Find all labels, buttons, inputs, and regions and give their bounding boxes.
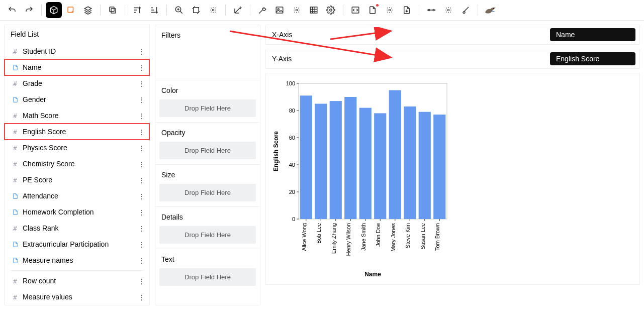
- field-item[interactable]: #Grade⋮: [5, 75, 149, 91]
- field-menu-icon[interactable]: ⋮: [137, 277, 145, 285]
- separator: [419, 5, 419, 16]
- color-drop-zone[interactable]: Drop Field Here: [159, 99, 256, 117]
- field-menu-icon[interactable]: ⋮: [137, 80, 145, 87]
- redo-button[interactable]: [21, 2, 37, 18]
- opacity-shelf[interactable]: Opacity Drop Field Here: [155, 123, 260, 165]
- crop-button[interactable]: [188, 2, 204, 18]
- bar[interactable]: [359, 108, 372, 219]
- field-label: Homework Completion: [23, 208, 137, 216]
- edit-angle-button[interactable]: [230, 2, 246, 18]
- sticky-note-button[interactable]: [63, 2, 79, 18]
- field-menu-icon[interactable]: ⋮: [137, 293, 145, 301]
- field-item[interactable]: Homework Completion⋮: [5, 204, 149, 220]
- image-button[interactable]: [271, 2, 288, 18]
- field-item[interactable]: #Class Rank⋮: [5, 220, 149, 236]
- gear-small-button-4[interactable]: [440, 2, 456, 18]
- gear-small-button[interactable]: [205, 2, 221, 18]
- field-item[interactable]: #Physics Score⋮: [5, 140, 149, 156]
- svg-text:English Score: English Score: [272, 131, 280, 171]
- x-axis-label: X-Axis: [270, 31, 325, 39]
- brush-button[interactable]: [457, 2, 474, 18]
- code-brackets-button[interactable]: [347, 2, 363, 18]
- text-shelf[interactable]: Text Drop Field Here: [155, 249, 260, 291]
- field-menu-icon[interactable]: ⋮: [137, 96, 145, 103]
- text-field-icon: [11, 257, 20, 264]
- table-button[interactable]: [306, 2, 322, 18]
- svg-text:80: 80: [289, 108, 295, 114]
- opacity-drop-zone[interactable]: Drop Field Here: [159, 142, 256, 159]
- field-label: Row count: [23, 277, 137, 285]
- field-item[interactable]: #Math Score⋮: [5, 108, 149, 124]
- svg-point-12: [389, 9, 391, 11]
- size-shelf[interactable]: Size Drop Field Here: [155, 165, 260, 207]
- bar[interactable]: [315, 104, 327, 220]
- details-shelf[interactable]: Details Drop Field Here: [155, 207, 260, 249]
- field-label: Extracurricular Participation: [23, 240, 137, 248]
- document-alert-button[interactable]: [364, 2, 381, 18]
- sort-asc-button[interactable]: [129, 2, 145, 18]
- field-label: Name: [23, 63, 137, 71]
- field-item[interactable]: #English Score⋮: [5, 124, 149, 140]
- field-menu-icon[interactable]: ⋮: [137, 160, 145, 168]
- field-item[interactable]: #Chemistry Score⋮: [5, 156, 149, 172]
- number-field-icon: #: [11, 160, 20, 168]
- zoom-in-button[interactable]: [171, 2, 187, 18]
- bar[interactable]: [330, 101, 342, 219]
- bar[interactable]: [300, 95, 312, 219]
- size-drop-zone[interactable]: Drop Field Here: [159, 184, 256, 201]
- field-menu-icon[interactable]: ⋮: [137, 241, 145, 248]
- chart-column: X-Axis Name Y-Axis English Score 0204060…: [265, 25, 640, 305]
- field-item[interactable]: Extracurricular Participation⋮: [5, 236, 149, 252]
- bar[interactable]: [433, 115, 445, 219]
- commits-button[interactable]: [423, 2, 439, 18]
- bird-logo[interactable]: [482, 2, 498, 18]
- field-item[interactable]: Gender⋮: [5, 91, 149, 108]
- field-label: English Score: [23, 128, 137, 136]
- wrench-button[interactable]: [254, 2, 270, 18]
- field-item[interactable]: Measure names⋮: [5, 252, 149, 268]
- gear-small-button-3[interactable]: [382, 2, 398, 18]
- field-menu-icon[interactable]: ⋮: [137, 112, 145, 120]
- field-menu-icon[interactable]: ⋮: [137, 176, 145, 184]
- y-axis-shelf[interactable]: Y-Axis English Score: [265, 49, 640, 69]
- field-menu-icon[interactable]: ⋮: [137, 144, 145, 152]
- x-axis-pill[interactable]: Name: [550, 28, 635, 41]
- text-field-icon: [11, 64, 20, 71]
- number-field-icon: #: [11, 128, 20, 136]
- field-menu-icon[interactable]: ⋮: [137, 64, 145, 71]
- field-item[interactable]: #Measure values⋮: [5, 289, 149, 305]
- color-shelf[interactable]: Color Drop Field Here: [155, 80, 260, 123]
- number-field-icon: #: [11, 112, 20, 120]
- text-drop-zone[interactable]: Drop Field Here: [159, 268, 256, 286]
- bar[interactable]: [404, 107, 416, 219]
- document-download-button[interactable]: [399, 2, 415, 18]
- bar[interactable]: [419, 112, 431, 219]
- field-item[interactable]: Attendance⋮: [5, 188, 149, 204]
- copy-button[interactable]: [105, 2, 121, 18]
- field-menu-icon[interactable]: ⋮: [137, 192, 145, 200]
- x-axis-shelf[interactable]: X-Axis Name: [265, 25, 640, 45]
- field-menu-icon[interactable]: ⋮: [137, 257, 145, 264]
- bar[interactable]: [344, 97, 356, 219]
- field-menu-icon[interactable]: ⋮: [137, 128, 145, 136]
- cube-button[interactable]: [46, 2, 62, 18]
- settings-button[interactable]: [323, 2, 339, 18]
- y-axis-pill[interactable]: English Score: [550, 52, 635, 65]
- field-item[interactable]: #Student ID⋮: [5, 43, 149, 59]
- details-drop-zone[interactable]: Drop Field Here: [159, 226, 256, 244]
- undo-button[interactable]: [4, 2, 20, 18]
- bar[interactable]: [374, 113, 386, 219]
- field-menu-icon[interactable]: ⋮: [137, 48, 145, 55]
- field-label: Physics Score: [23, 144, 137, 152]
- bar[interactable]: [389, 90, 401, 220]
- gear-small-button-2[interactable]: [289, 2, 305, 18]
- sort-desc-button[interactable]: [146, 2, 162, 18]
- field-item[interactable]: #Row count⋮: [5, 273, 149, 289]
- y-axis-arrow: [330, 52, 545, 65]
- field-menu-icon[interactable]: ⋮: [137, 225, 145, 232]
- layers-button[interactable]: [80, 2, 96, 18]
- svg-text:Tom Brown: Tom Brown: [434, 223, 440, 251]
- field-item[interactable]: Name⋮: [5, 59, 149, 75]
- field-menu-icon[interactable]: ⋮: [137, 208, 145, 216]
- field-item[interactable]: #PE Score⋮: [5, 172, 149, 188]
